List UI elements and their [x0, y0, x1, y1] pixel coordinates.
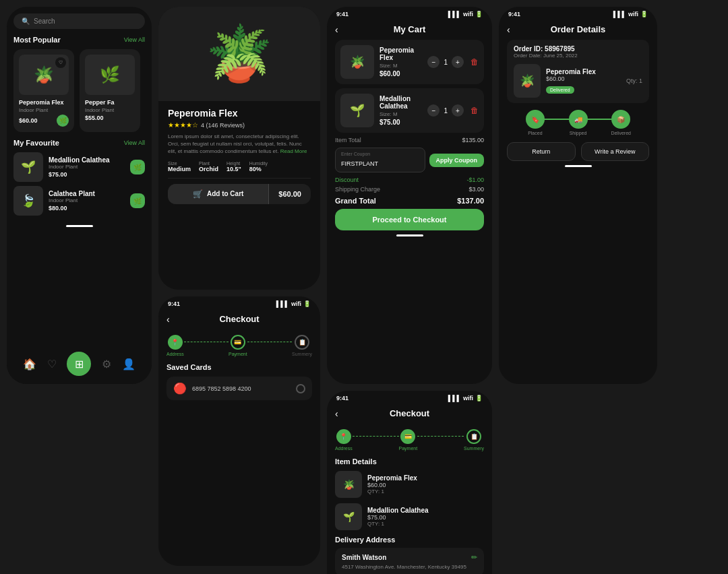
qty-minus-2[interactable]: −: [427, 104, 439, 117]
discount-row: Discount -$1.00: [335, 177, 484, 183]
status-icons-5: ▌▌▌ wifi 🔋: [448, 395, 483, 402]
steps-row-4: 📍 Address 💳 Payment 📋 Summery: [166, 335, 312, 356]
spec-plant: Plant Orchid: [199, 161, 218, 172]
wifi-3: wifi: [463, 11, 473, 18]
fav-add-btn-1[interactable]: 🌿: [130, 160, 145, 174]
delete-btn-2[interactable]: 🗑: [471, 106, 479, 115]
fav-name-1: Medallion Calathea: [49, 156, 125, 164]
qty-minus-1[interactable]: −: [427, 56, 439, 68]
cart-item-price-1: $60.00: [380, 70, 422, 77]
product-type-2: Indoor Plant: [85, 107, 135, 113]
view-all-popular[interactable]: View All: [124, 36, 145, 43]
mastercard-logo: 🔴: [173, 382, 187, 395]
fav-info-1: Medallion Calathea Indoor Plant $75.00: [49, 156, 125, 178]
cart-title: My Cart: [394, 24, 426, 34]
track-icon-delivered: 📦: [611, 110, 630, 129]
shipping-label: Shipping Charge: [335, 186, 380, 193]
checkout-order-item-1: 🪴 Peperomia Flex $60.00 QTY: 1: [335, 471, 484, 498]
fav-add-btn-2[interactable]: 🌿: [130, 193, 145, 208]
step-line-2-4: [247, 342, 292, 342]
view-all-fav[interactable]: View All: [124, 139, 145, 146]
delete-btn-1[interactable]: 🗑: [471, 57, 479, 67]
product-card-1[interactable]: 🪴 ♡ Peperomia Flex Indoor Plant $60.00 🌿: [13, 49, 74, 132]
cart-item-price-2: $75.00: [380, 119, 422, 126]
discount-value: -$1.00: [466, 177, 484, 183]
fav-item-1[interactable]: 🌱 Medallion Calathea Indoor Plant $75.00…: [13, 152, 145, 182]
product-type-1: Indoor Plant: [19, 107, 69, 113]
status-bar-4: 9:41 ▌▌▌ wifi 🔋: [158, 296, 320, 309]
qty-plus-2[interactable]: +: [452, 104, 464, 117]
order-id: Order ID: 58967895: [514, 45, 642, 53]
battery-3: 🔋: [475, 11, 483, 18]
phone-shop: 🔍 Search Most Popular View All 🪴 ♡ Peper…: [7, 7, 152, 384]
add-btn-1[interactable]: 🌿: [57, 115, 69, 127]
status-bar-6: 9:41 ▌▌▌ wifi 🔋: [499, 7, 657, 19]
review-btn[interactable]: Write a Review: [581, 142, 650, 161]
search-bar[interactable]: 🔍 Search: [13, 13, 145, 29]
fav-name-2: Calathea Plant: [49, 190, 125, 197]
checkout-order-item-2: 🌱 Medallion Calathea $75.00 QTY: 1: [335, 503, 484, 530]
step-label-address-5: Address: [335, 446, 353, 451]
action-btns: Return Write a Review: [507, 142, 649, 161]
add-to-cart-bar[interactable]: 🛒 Add to Cart $60.00: [168, 184, 311, 204]
coupon-value: FIRSTPLANT: [341, 160, 378, 167]
step-line-2-5: [417, 436, 464, 437]
return-btn[interactable]: Return: [507, 142, 576, 161]
heart-btn-1[interactable]: ♡: [55, 57, 66, 68]
signal-3: ▌▌▌: [448, 11, 461, 18]
order-back-btn[interactable]: ‹: [507, 24, 510, 35]
product-card-2[interactable]: 🌿 Pepper Fa Indoor Plant $55.00: [80, 49, 140, 132]
qty-plus-1[interactable]: +: [452, 56, 464, 68]
checkout-item-name-2: Medallion Calathea: [367, 507, 429, 514]
edit-address-icon[interactable]: ✏: [471, 553, 477, 562]
qty-controls-2[interactable]: − 1 + 🗑: [427, 104, 479, 117]
item-total-row: Item Total $135.00: [335, 137, 484, 144]
radio-btn[interactable]: [296, 384, 305, 393]
home-indicator-6: [565, 165, 592, 167]
coupon-input[interactable]: Enter Coupon FIRSTPLANT: [335, 148, 425, 172]
time-6: 9:41: [508, 11, 520, 18]
fav-item-2[interactable]: 🍃 Calathea Plant Indoor Plant $80.00 🌿: [13, 186, 145, 216]
item-total-value: $135.00: [462, 137, 484, 144]
nav-profile[interactable]: 👤: [122, 358, 135, 371]
cart-price: $60.00: [269, 185, 311, 203]
coupon-label: Enter Coupon: [341, 152, 419, 156]
cart-item-img-2: 🌱: [340, 94, 374, 127]
cart-item-info-1: Peperomia Flex Size: M $60.00: [380, 46, 422, 77]
fav-img-1: 🌱: [13, 152, 43, 182]
step-payment-5: 💳 Payment: [399, 429, 418, 451]
read-more-link[interactable]: Read More: [280, 148, 307, 154]
time-4: 9:41: [168, 300, 180, 307]
proceed-checkout-btn[interactable]: Proceed to Checkout: [335, 209, 484, 230]
cart-back-btn[interactable]: ‹: [335, 24, 338, 35]
phone-my-cart: 9:41 ▌▌▌ wifi 🔋 ‹ My Cart 🪴 Pep: [327, 7, 492, 384]
coupon-row: Enter Coupon FIRSTPLANT Apply Coupon: [335, 148, 484, 172]
nav-home[interactable]: 🏠: [23, 358, 36, 371]
battery-icon-4: 🔋: [303, 300, 311, 307]
fav-type-1: Indoor Plant: [49, 164, 125, 170]
track-label-shipped: Shipped: [570, 131, 587, 135]
status-icons-3: ▌▌▌ wifi 🔋: [448, 11, 483, 18]
back-btn-4[interactable]: ‹: [166, 314, 170, 325]
delivery-name: Smith Watson: [342, 554, 386, 561]
card-item[interactable]: 🔴 6895 7852 5898 4200: [166, 377, 312, 400]
cart-item-2: 🌱 Medallion Calathea Size: M $75.00 − 1 …: [335, 88, 484, 133]
order-product-price: $60.00: [546, 75, 621, 82]
nav-settings[interactable]: ⚙: [102, 358, 111, 371]
nav-cart[interactable]: ⊞: [67, 352, 91, 376]
battery-6: 🔋: [640, 11, 648, 18]
add-to-cart-btn[interactable]: 🛒 Add to Cart: [168, 184, 268, 204]
home-indicator-3: [396, 234, 423, 236]
specs-row: Size Medium Plant Orchid Height 10.5" Hu…: [168, 161, 311, 179]
status-icons-4: ▌▌▌ wifi 🔋: [276, 300, 311, 307]
nav-heart[interactable]: ♡: [47, 358, 57, 371]
apply-coupon-btn[interactable]: Apply Coupon: [429, 154, 485, 167]
step-label-address-4: Address: [166, 352, 184, 356]
back-btn-5[interactable]: ‹: [335, 408, 338, 419]
qty-controls-1[interactable]: − 1 + 🗑: [427, 56, 479, 68]
product-price-2: $55.00: [85, 115, 104, 121]
delivery-card: Smith Watson ✏ 4517 Washington Ave. Manc…: [335, 548, 484, 574]
checkout-title-5: Checkout: [390, 408, 429, 418]
track-step-placed: 🔖 Placed: [514, 110, 557, 135]
rating-text: 4 (146 Reviews): [201, 122, 245, 129]
